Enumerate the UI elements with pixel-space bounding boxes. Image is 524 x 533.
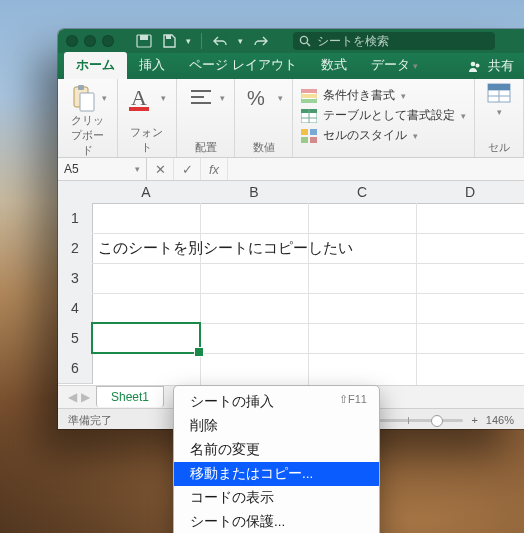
svg-point-6	[476, 64, 480, 68]
row-header[interactable]: 5	[58, 323, 93, 354]
selected-cell[interactable]	[92, 323, 200, 353]
save-icon[interactable]	[162, 34, 176, 48]
ctx-insert-sheet[interactable]: シートの挿入 ⇧F11	[174, 390, 379, 414]
undo-icon[interactable]	[212, 35, 228, 47]
zoom-in-button[interactable]: +	[471, 414, 477, 426]
cell-area[interactable]: このシートを別シートにコピーしたい	[92, 203, 524, 385]
svg-rect-19	[301, 99, 317, 103]
enter-formula-button[interactable]: ✓	[174, 158, 201, 180]
col-header[interactable]: C	[308, 181, 417, 204]
traffic-light-minimize[interactable]	[84, 35, 96, 47]
name-box[interactable]: A5 ▾	[58, 158, 147, 180]
svg-rect-17	[301, 89, 317, 93]
col-header[interactable]: B	[200, 181, 309, 204]
group-styles: 条件付き書式 ▾ テーブルとして書式設定 ▾ セルのスタイル ▾	[293, 79, 475, 157]
number-icon[interactable]: %	[244, 83, 274, 113]
share-icon	[468, 59, 482, 73]
svg-line-4	[307, 43, 310, 46]
tab-page-layout[interactable]: ページ レイアウト	[177, 52, 309, 79]
svg-rect-24	[301, 129, 308, 135]
fill-handle[interactable]	[194, 347, 204, 357]
format-as-table-button[interactable]: テーブルとして書式設定 ▾	[301, 107, 466, 124]
sheet-context-menu: シートの挿入 ⇧F11 削除 名前の変更 移動またはコピー... コードの表示 …	[173, 385, 380, 533]
row-header[interactable]: 4	[58, 293, 93, 324]
cell-a2[interactable]: このシートを別シートにコピーしたい	[94, 233, 353, 263]
group-alignment: ▾ 配置	[177, 79, 235, 157]
title-bar: ▾ ▾ シートを検索	[58, 29, 524, 53]
svg-rect-11	[129, 107, 149, 111]
svg-point-5	[471, 62, 476, 67]
conditional-formatting-button[interactable]: 条件付き書式 ▾	[301, 87, 406, 104]
font-icon[interactable]: A	[127, 83, 157, 113]
sheet-nav-prev[interactable]: ◀	[68, 390, 77, 404]
tab-home[interactable]: ホーム	[64, 52, 127, 79]
ctx-delete[interactable]: 削除	[174, 414, 379, 438]
autosave-icon[interactable]	[136, 34, 152, 48]
svg-rect-2	[166, 35, 171, 39]
zoom-level[interactable]: 146%	[486, 414, 514, 426]
cell-styles-button[interactable]: セルのスタイル ▾	[301, 127, 418, 144]
share-button[interactable]: 共有	[458, 53, 524, 79]
cells-icon[interactable]	[487, 83, 511, 103]
svg-text:%: %	[247, 87, 265, 109]
redo-icon[interactable]	[253, 35, 269, 47]
alignment-icon[interactable]	[186, 83, 216, 113]
ctx-move-or-copy[interactable]: 移動またはコピー...	[174, 462, 379, 486]
tab-data[interactable]: データ ▾	[359, 52, 431, 79]
svg-point-3	[300, 36, 307, 43]
fx-button[interactable]: fx	[201, 158, 228, 180]
group-clipboard: ▾ クリップボード	[58, 79, 118, 157]
group-font: A ▾ フォント	[118, 79, 178, 157]
traffic-light-zoom[interactable]	[102, 35, 114, 47]
row-header[interactable]: 1	[58, 203, 93, 234]
formula-bar: A5 ▾ ✕ ✓ fx	[58, 158, 524, 181]
svg-rect-27	[310, 137, 317, 143]
search-box[interactable]: シートを検索	[293, 32, 495, 50]
svg-rect-18	[301, 94, 317, 98]
search-placeholder: シートを検索	[317, 33, 389, 50]
svg-rect-9	[78, 85, 84, 90]
cancel-formula-button[interactable]: ✕	[147, 158, 174, 180]
status-ready: 準備完了	[68, 413, 112, 428]
sheet-nav-next[interactable]: ▶	[81, 390, 90, 404]
ribbon-tabs: ホーム 挿入 ページ レイアウト 数式 データ ▾ 共有	[58, 53, 524, 79]
ctx-protect-sheet[interactable]: シートの保護...	[174, 510, 379, 533]
cell-grid[interactable]: A B C D 1 2 3 4 5 6 このシートを別シートにコピーしたい	[58, 181, 524, 385]
sheet-tab[interactable]: Sheet1	[96, 386, 164, 407]
group-cells: ▾ セル	[475, 79, 524, 157]
row-header[interactable]: 6	[58, 353, 93, 384]
svg-rect-25	[310, 129, 317, 135]
search-icon	[299, 35, 311, 47]
svg-rect-32	[488, 84, 510, 90]
traffic-light-close[interactable]	[66, 35, 78, 47]
formula-input[interactable]	[228, 158, 524, 180]
ribbon: ▾ クリップボード A ▾ フォント ▾ 配置 % ▾ 数値	[58, 79, 524, 158]
tab-formulas[interactable]: 数式	[309, 52, 359, 79]
group-number: % ▾ 数値	[235, 79, 293, 157]
col-header[interactable]: A	[92, 181, 201, 204]
ctx-rename[interactable]: 名前の変更	[174, 438, 379, 462]
excel-window: ▾ ▾ シートを検索 ホーム 挿入 ページ レイアウト 数式 データ ▾ 共有 …	[58, 29, 524, 429]
col-header[interactable]: D	[416, 181, 524, 204]
select-all-corner[interactable]	[58, 181, 93, 204]
svg-text:A: A	[131, 85, 147, 110]
row-header[interactable]: 3	[58, 263, 93, 294]
ctx-view-code[interactable]: コードの表示	[174, 486, 379, 510]
svg-rect-8	[80, 93, 94, 111]
shortcut-label: ⇧F11	[339, 393, 367, 406]
tab-insert[interactable]: 挿入	[127, 52, 177, 79]
svg-rect-1	[140, 35, 148, 40]
svg-rect-26	[301, 137, 308, 143]
row-header[interactable]: 2	[58, 233, 93, 264]
paste-icon[interactable]	[68, 83, 98, 113]
